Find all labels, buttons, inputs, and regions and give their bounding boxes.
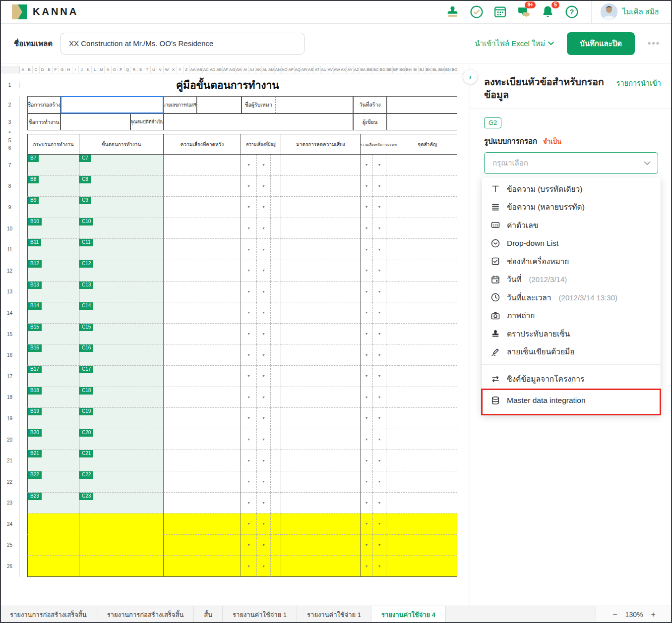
column-letter[interactable]: BB [367,66,373,73]
expected-risk-cell[interactable] [164,218,241,239]
expected-risk-cell[interactable] [164,260,241,282]
mitigation-cell[interactable] [281,155,361,176]
post-risk-dropdown-cell[interactable]: ▾ [361,471,373,493]
existing-risk-dropdown-cell[interactable]: ▾ [241,197,257,218]
post-risk-dropdown-cell[interactable]: ▾ [373,344,386,366]
existing-risk-dropdown-cell[interactable]: ▾ [241,471,257,493]
steps-cell[interactable]: C11 [79,239,164,260]
post-risk-dropdown-cell[interactable]: ▾ [373,556,386,577]
process-cell[interactable]: B15 [27,324,79,345]
stamp-tool-button[interactable] [445,4,460,19]
column-letter[interactable]: BE [386,66,393,73]
process-cell[interactable]: B12 [27,260,79,282]
existing-risk-extra-cell[interactable] [271,155,281,176]
column-letter[interactable]: AX [340,66,347,73]
steps-cell[interactable]: C17 [79,366,164,387]
key-points-cell[interactable] [398,408,457,429]
post-risk-extra-cell[interactable] [386,535,398,556]
existing-risk-dropdown-cell[interactable]: ▾ [241,218,257,239]
steps-cell[interactable]: C15 [79,324,164,345]
row-number[interactable]: 16 [0,344,20,366]
column-letter[interactable]: A [20,66,26,73]
steps-cell[interactable] [79,535,164,556]
key-points-cell[interactable] [398,556,457,577]
post-risk-dropdown-cell[interactable]: ▾ [361,155,373,176]
menu-item[interactable]: Master data integration [482,390,661,411]
existing-risk-extra-cell[interactable] [271,513,281,535]
post-risk-dropdown-cell[interactable]: ▾ [361,344,373,366]
column-letter[interactable]: F [53,66,59,73]
mitigation-cell[interactable] [281,197,361,218]
column-letter[interactable]: G [59,66,65,73]
post-risk-dropdown-cell[interactable]: ▾ [373,218,386,239]
existing-risk-extra-cell[interactable] [271,556,281,577]
existing-risk-extra-cell[interactable] [271,535,281,556]
row-number[interactable]: 13 [0,282,20,303]
menu-item[interactable]: ข้อความ (บรรทัดเดียว) [482,180,661,198]
row-number[interactable]: 2 [0,96,20,113]
column-letter[interactable]: AA [190,66,196,73]
expected-risk-cell[interactable] [164,155,241,176]
date-created-label-cell[interactable]: วันที่สร้าง [353,96,387,113]
existing-risk-dropdown-cell[interactable]: ▾ [257,387,271,408]
row-number[interactable]: 4 [0,130,20,134]
column-letter[interactable]: I [72,66,79,73]
row-number[interactable]: 15 [0,324,20,345]
sheet-tab[interactable]: รายงานค่าใช้จ่าย 1 [297,606,371,623]
existing-risk-extra-cell[interactable] [271,493,281,514]
existing-risk-dropdown-cell[interactable]: ▾ [241,429,257,451]
work-name-value-cell[interactable] [61,113,130,130]
column-letter[interactable]: AL [262,66,268,73]
existing-risk-dropdown-cell[interactable]: ▾ [241,282,257,303]
sheet-tab[interactable]: รายงานการก่อสร้างเสร็จสิ้น [0,606,97,623]
existing-risk-dropdown-cell[interactable]: ▾ [241,344,257,366]
post-risk-dropdown-cell[interactable]: ▾ [373,387,386,408]
post-risk-extra-cell[interactable] [386,471,398,493]
post-risk-dropdown-cell[interactable]: ▾ [373,535,386,556]
existing-risk-dropdown-cell[interactable]: ▾ [241,176,257,197]
column-letter[interactable]: AV [327,66,334,73]
qualifications-label-cell[interactable]: คุณสมบัติที่จำเป็น [130,113,164,130]
existing-risk-dropdown-cell[interactable]: ▾ [241,260,257,282]
process-cell[interactable]: B17 [27,366,79,387]
existing-risk-dropdown-cell[interactable]: ▾ [257,450,271,471]
mitigation-cell[interactable] [281,282,361,303]
column-letter[interactable]: AT [314,66,320,73]
row-number[interactable]: 25 [0,535,20,556]
post-risk-extra-cell[interactable] [386,366,398,387]
existing-risk-dropdown-cell[interactable]: ▾ [241,556,257,577]
post-risk-dropdown-cell[interactable]: ▾ [361,429,373,451]
post-risk-dropdown-cell[interactable]: ▾ [373,197,386,218]
column-letter[interactable]: AR [301,66,307,73]
process-cell[interactable] [27,513,79,535]
column-letter[interactable]: AN [275,66,281,73]
steps-cell[interactable]: C10 [79,218,164,239]
key-points-cell[interactable] [398,366,457,387]
expected-risk-cell[interactable] [164,176,241,197]
more-options-button[interactable]: ••• [648,38,660,49]
notifications-button[interactable]: 5 [541,4,555,19]
key-points-cell[interactable] [398,197,457,218]
existing-risk-extra-cell[interactable] [271,366,281,387]
key-points-cell[interactable] [398,513,457,535]
post-risk-extra-cell[interactable] [386,197,398,218]
column-letter[interactable]: N [105,66,111,73]
column-letter[interactable]: AF [223,66,229,73]
steps-cell[interactable]: C8 [79,176,164,197]
row-number[interactable]: 14 [0,302,20,324]
mitigation-cell[interactable] [281,176,361,197]
calendar-button[interactable] [493,4,508,19]
steps-cell[interactable]: C14 [79,302,164,324]
post-risk-dropdown-cell[interactable]: ▾ [373,471,386,493]
input-format-select[interactable]: กรุณาเลือก [484,152,658,174]
mitigation-cell[interactable] [281,429,361,451]
process-cell[interactable]: B13 [27,282,79,303]
column-letter[interactable]: AJ [249,66,255,73]
row-number[interactable]: 23 [0,493,20,514]
existing-risk-dropdown-cell[interactable]: ▾ [241,239,257,260]
column-letter[interactable]: BM [438,66,445,73]
column-letter[interactable]: BF [393,66,399,73]
existing-risk-dropdown-cell[interactable]: ▾ [241,493,257,514]
key-points-cell[interactable] [398,493,457,514]
qualifications-value-cell[interactable] [164,113,353,130]
